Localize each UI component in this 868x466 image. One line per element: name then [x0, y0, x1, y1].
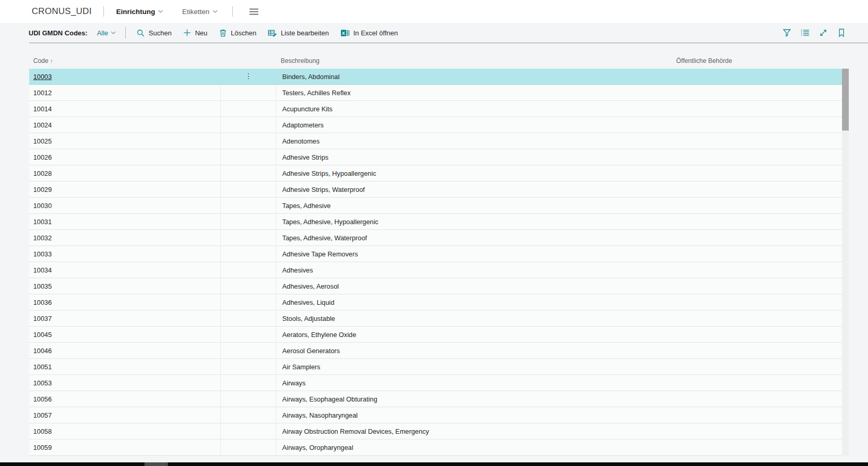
cell-code[interactable]: 10014 — [29, 101, 220, 116]
row-context-menu-icon[interactable]: ⋮ — [245, 73, 252, 80]
table-row[interactable]: 10059 Airways, Oropharyngeal — [29, 439, 842, 456]
cell-row-menu[interactable] — [220, 101, 277, 116]
table-row[interactable]: 10031 Tapes, Adhesive, Hypoallergenic — [29, 214, 842, 230]
table-row[interactable]: 10028 Adhesive Strips, Hypoallergenic — [29, 165, 842, 182]
table-row[interactable]: 10035 Adhesives, Aerosol — [29, 278, 842, 294]
cell-code[interactable]: 10036 — [29, 294, 220, 310]
cell-beschreibung[interactable]: Testers, Achilles Reflex — [277, 85, 645, 100]
cell-beschreibung[interactable]: Airways — [277, 375, 645, 391]
cell-row-menu[interactable] — [220, 359, 277, 374]
cell-oeffentliche-behoerde[interactable] — [645, 149, 842, 165]
cell-row-menu[interactable] — [220, 214, 277, 229]
table-row[interactable]: 10046 Aerosol Generators — [29, 343, 842, 359]
cell-code[interactable]: 10025 — [29, 133, 220, 149]
cell-row-menu[interactable] — [220, 198, 277, 213]
cell-beschreibung[interactable]: Aerosol Generators — [277, 343, 645, 358]
cell-code[interactable]: 10058 — [29, 423, 220, 439]
choose-columns-button[interactable] — [799, 27, 811, 38]
table-row[interactable]: 10025 Adenotomes — [29, 133, 842, 149]
table-row[interactable]: 10026 Adhesive Strips — [29, 149, 842, 165]
cell-beschreibung[interactable]: Airway Obstruction Removal Devices, Emer… — [277, 423, 645, 439]
view-filter-dropdown[interactable]: Alle — [97, 29, 116, 37]
cell-row-menu[interactable] — [220, 310, 277, 326]
cell-row-menu[interactable] — [220, 278, 277, 294]
expand-button[interactable] — [818, 27, 829, 38]
cell-beschreibung[interactable]: Adhesive Tape Removers — [277, 246, 645, 262]
cell-row-menu[interactable] — [220, 407, 277, 423]
horizontal-scrollbar-track[interactable] — [0, 462, 868, 466]
cell-oeffentliche-behoerde[interactable] — [645, 327, 842, 342]
table-row[interactable]: 10012 Testers, Achilles Reflex — [29, 85, 842, 101]
cell-code[interactable]: 10028 — [29, 165, 220, 181]
table-row[interactable]: 10030 Tapes, Adhesive — [29, 198, 842, 214]
column-header-beschreibung[interactable]: Beschreibung — [281, 54, 320, 69]
cell-oeffentliche-behoerde[interactable] — [645, 439, 842, 455]
cell-oeffentliche-behoerde[interactable] — [645, 294, 842, 310]
table-row[interactable]: 10051 Air Samplers — [29, 359, 842, 375]
cell-oeffentliche-behoerde[interactable] — [645, 117, 842, 133]
cell-code[interactable]: 10033 — [29, 246, 220, 262]
cell-code[interactable]: 10012 — [29, 85, 220, 100]
cell-oeffentliche-behoerde[interactable] — [645, 69, 842, 84]
table-row[interactable]: 10029 Adhesive Strips, Waterproof — [29, 182, 842, 198]
edit-list-button[interactable]: Liste bearbeiten — [267, 27, 330, 40]
nav-menu-etiketten[interactable]: Etiketten — [182, 8, 218, 16]
cell-code[interactable]: 10003 — [29, 69, 220, 84]
company-name[interactable]: CRONUS_UDI — [32, 6, 91, 17]
nav-menu-einrichtung[interactable]: Einrichtung — [116, 8, 163, 16]
cell-row-menu[interactable] — [220, 423, 277, 439]
cell-beschreibung[interactable]: Airways, Oropharyngeal — [277, 439, 645, 455]
cell-row-menu[interactable] — [220, 117, 277, 133]
cell-beschreibung[interactable]: Adhesives, Liquid — [277, 294, 645, 310]
cell-row-menu[interactable] — [220, 246, 277, 262]
table-row[interactable]: 10024 Adaptometers — [29, 117, 842, 133]
cell-oeffentliche-behoerde[interactable] — [645, 214, 842, 229]
cell-beschreibung[interactable]: Adhesive Strips, Waterproof — [277, 182, 645, 197]
cell-beschreibung[interactable]: Adhesives, Aerosol — [277, 278, 645, 294]
vertical-scrollbar-thumb[interactable] — [842, 69, 849, 131]
column-header-oeffentliche-behoerde[interactable]: Öffentliche Behörde — [676, 54, 732, 69]
cell-row-menu[interactable] — [220, 262, 277, 278]
cell-code[interactable]: 10053 — [29, 375, 220, 391]
horizontal-scrollbar-thumb[interactable] — [144, 462, 168, 466]
cell-beschreibung[interactable]: Tapes, Adhesive — [277, 198, 645, 213]
cell-code[interactable]: 10045 — [29, 327, 220, 342]
cell-oeffentliche-behoerde[interactable] — [645, 359, 842, 374]
cell-code[interactable]: 10046 — [29, 343, 220, 358]
filter-button[interactable] — [781, 27, 793, 38]
table-row[interactable]: 10036 Adhesives, Liquid — [29, 294, 842, 310]
cell-beschreibung[interactable]: Adenotomes — [277, 133, 645, 149]
cell-row-menu[interactable] — [220, 165, 277, 181]
cell-oeffentliche-behoerde[interactable] — [645, 278, 842, 294]
cell-beschreibung[interactable]: Tapes, Adhesive, Hypoallergenic — [277, 214, 645, 229]
cell-row-menu[interactable] — [220, 327, 277, 342]
cell-oeffentliche-behoerde[interactable] — [645, 198, 842, 213]
cell-row-menu[interactable] — [220, 391, 277, 407]
cell-beschreibung[interactable]: Airways, Esophageal Obturating — [277, 391, 645, 407]
cell-code[interactable]: 10057 — [29, 407, 220, 423]
cell-oeffentliche-behoerde[interactable] — [645, 343, 842, 358]
cell-oeffentliche-behoerde[interactable] — [645, 375, 842, 391]
cell-oeffentliche-behoerde[interactable] — [645, 101, 842, 116]
cell-code[interactable]: 10037 — [29, 310, 220, 326]
cell-code[interactable]: 10024 — [29, 117, 220, 133]
cell-row-menu[interactable] — [220, 149, 277, 165]
table-row[interactable]: 10033 Adhesive Tape Removers — [29, 246, 842, 262]
table-row[interactable]: 10037 Stools, Adjustable — [29, 310, 842, 327]
cell-oeffentliche-behoerde[interactable] — [645, 165, 842, 181]
table-row[interactable]: 10032 Tapes, Adhesive, Waterproof — [29, 230, 842, 246]
cell-oeffentliche-behoerde[interactable] — [645, 407, 842, 423]
cell-beschreibung[interactable]: Air Samplers — [277, 359, 645, 374]
cell-row-menu[interactable] — [220, 343, 277, 358]
cell-beschreibung[interactable]: Airways, Nasopharyngeal — [277, 407, 645, 423]
cell-beschreibung[interactable]: Adhesives — [277, 262, 645, 278]
table-row[interactable]: 10045 Aerators, Ethylene Oxide — [29, 327, 842, 343]
cell-row-menu[interactable] — [220, 439, 277, 455]
cell-beschreibung[interactable]: Adhesive Strips — [277, 149, 645, 165]
cell-beschreibung[interactable]: Binders, Abdominal — [277, 69, 645, 84]
cell-row-menu[interactable] — [220, 85, 277, 100]
cell-row-menu[interactable] — [220, 230, 277, 245]
more-menu-icon[interactable] — [247, 5, 261, 18]
table-row[interactable]: 10034 Adhesives — [29, 262, 842, 278]
cell-beschreibung[interactable]: Adaptometers — [277, 117, 645, 133]
